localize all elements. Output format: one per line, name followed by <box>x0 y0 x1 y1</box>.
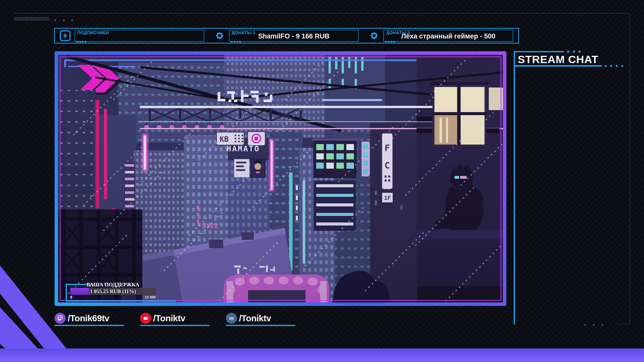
donations-1-value: ShamilFO - 9 166 RUB <box>256 32 332 40</box>
alerts-widget-bar: ПОДПИСЧИКИ ДОНАТЫ 1 ShamilFO - 9 166 RUB <box>54 28 519 43</box>
stream-overlay-screen: ПОДПИСЧИКИ ДОНАТЫ 1 ShamilFO - 9 166 RUB <box>0 0 644 362</box>
subscribers-label: ПОДПИСЧИКИ <box>77 30 109 35</box>
subscribers-label-box: ПОДПИСЧИКИ <box>74 30 204 42</box>
vk-icon: VK <box>226 313 237 324</box>
svg-text:VK: VK <box>229 317 234 321</box>
goal-bracket-bottom <box>66 300 176 302</box>
youtube-handle: /Toniktv <box>153 313 185 323</box>
support-goal-range: 0 10 000 <box>70 295 156 300</box>
label-box-dots <box>231 41 241 42</box>
donations-1-label: ДОНАТЫ 1 <box>232 30 255 35</box>
twitch-icon <box>55 313 66 324</box>
chat-underline <box>514 65 602 67</box>
youtube-icon <box>140 313 151 324</box>
support-goal-max: 10 000 <box>145 295 156 300</box>
gear-icon <box>368 30 380 41</box>
social-underline <box>226 325 295 326</box>
game-capture: КВ HAMATO <box>58 55 503 302</box>
widget-subscribers[interactable]: ПОДПИСЧИКИ <box>55 29 209 43</box>
widget-donations-2[interactable]: ДОНАТЫ 2 Лёха странный геймер - 500 <box>364 29 518 43</box>
social-twitch[interactable]: /Tonik69tv <box>55 312 124 326</box>
top-left-deco-dots <box>54 18 80 22</box>
bottom-purple-band <box>0 348 644 362</box>
chat-vertical-line <box>514 51 515 325</box>
social-underline <box>55 325 124 326</box>
support-goal-min: 0 <box>70 295 72 300</box>
bottom-right-deco-dots <box>584 322 610 327</box>
donations-2-label-box: ДОНАТЫ 2 Лёха странный геймер - 500 <box>383 30 513 42</box>
label-box-dots <box>76 41 86 42</box>
vk-handle: /Toniktv <box>239 313 271 323</box>
top-deco-line <box>14 13 630 14</box>
twitch-handle: /Tonik69tv <box>68 313 109 323</box>
chat-bracket-top <box>514 51 564 52</box>
goal-bracket-left <box>66 284 67 302</box>
bottom-right-corner-line <box>615 324 630 324</box>
scene-color-wash <box>58 55 503 302</box>
chat-top-dots <box>567 51 581 53</box>
donations-1-label-box: ДОНАТЫ 1 ShamilFO - 9 166 RUB <box>229 30 359 42</box>
gear-icon <box>214 30 225 41</box>
stream-chat-title: STREAM CHAT <box>518 53 598 66</box>
bolt-badge-icon <box>59 30 71 41</box>
social-vk[interactable]: VK /Toniktv <box>226 312 295 326</box>
top-left-deco-bar <box>14 17 49 21</box>
support-progress-value: 1 055.25 RUB (11%) <box>70 288 156 295</box>
game-capture-frame: КВ HAMATO <box>55 51 506 306</box>
donations-2-label: ДОНАТЫ 2 <box>386 30 410 35</box>
chat-underline-dots <box>605 65 623 67</box>
social-youtube[interactable]: /Toniktv <box>140 312 210 326</box>
support-progress-bar: 1 055.25 RUB (11%) <box>70 288 156 295</box>
pixel-city-scene: КВ HAMATO <box>58 55 503 302</box>
label-box-dots <box>385 41 395 42</box>
support-goal-widget: ВАША ПОДДЕРЖКА 1 055.25 RUB (11%) 0 10 0… <box>66 282 176 302</box>
widget-donations-1[interactable]: ДОНАТЫ 1 ShamilFO - 9 166 RUB <box>209 29 364 43</box>
donations-2-value: Лёха странный геймер - 500 <box>399 32 498 40</box>
support-goal-title: ВАША ПОДДЕРЖКА <box>70 282 156 288</box>
right-deco-line <box>630 13 630 324</box>
social-underline <box>140 325 210 326</box>
